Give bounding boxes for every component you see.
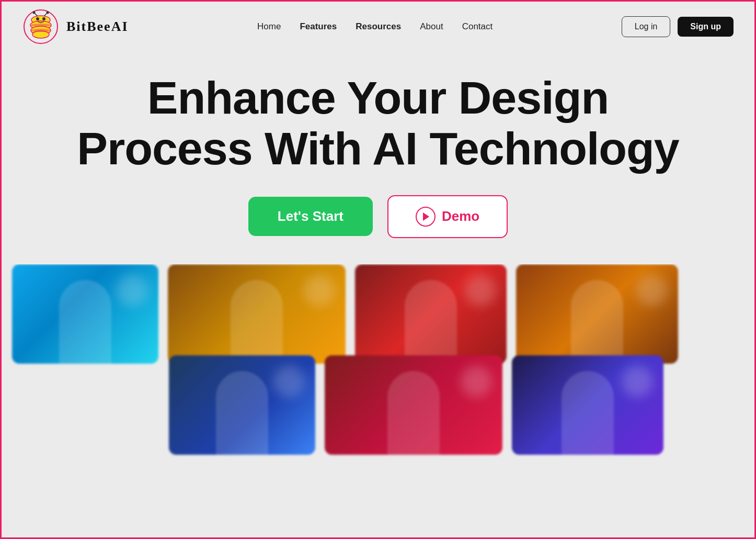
svg-point-10 bbox=[33, 12, 36, 14]
svg-point-6 bbox=[31, 29, 51, 32]
gallery-card-4 bbox=[516, 264, 678, 364]
demo-button[interactable]: Demo bbox=[387, 195, 508, 238]
navbar: BitBeeAI Home Features Resources About C… bbox=[2, 2, 754, 52]
nav-item-home[interactable]: Home bbox=[257, 21, 281, 32]
nav-item-features[interactable]: Features bbox=[300, 21, 337, 32]
svg-point-8 bbox=[42, 17, 45, 20]
svg-point-12 bbox=[47, 12, 49, 14]
svg-point-7 bbox=[36, 17, 39, 20]
logo-area: BitBeeAI bbox=[22, 8, 129, 45]
svg-point-5 bbox=[30, 24, 51, 27]
nav-item-resources[interactable]: Resources bbox=[356, 21, 401, 32]
hero-title: Enhance Your Design Process With AI Tech… bbox=[12, 73, 744, 174]
gallery-row-2 bbox=[2, 355, 754, 455]
svg-point-4 bbox=[32, 31, 49, 38]
play-triangle-icon bbox=[423, 212, 429, 221]
gallery-card-1 bbox=[12, 264, 158, 364]
play-icon bbox=[416, 207, 436, 227]
gallery-row-1 bbox=[2, 264, 754, 364]
login-button[interactable]: Log in bbox=[622, 16, 671, 37]
gallery-section bbox=[2, 264, 754, 484]
logo-icon bbox=[22, 8, 59, 45]
gallery-card-6 bbox=[325, 355, 502, 455]
hero-buttons: Let's Start Demo bbox=[12, 195, 744, 238]
gallery-card-7 bbox=[512, 355, 663, 455]
nav-links: Home Features Resources About Contact bbox=[257, 21, 492, 32]
gallery-card-5 bbox=[169, 355, 315, 455]
hero-section: Enhance Your Design Process With AI Tech… bbox=[2, 52, 754, 238]
brand-name: BitBeeAI bbox=[66, 19, 129, 35]
page-wrapper: BitBeeAI Home Features Resources About C… bbox=[0, 0, 756, 539]
lets-start-button[interactable]: Let's Start bbox=[248, 197, 373, 236]
gallery-card-3 bbox=[355, 264, 507, 364]
signup-button[interactable]: Sign up bbox=[678, 17, 734, 37]
nav-item-about[interactable]: About bbox=[420, 21, 443, 32]
gallery-card-2 bbox=[168, 264, 346, 364]
nav-item-contact[interactable]: Contact bbox=[462, 21, 493, 32]
nav-actions: Log in Sign up bbox=[622, 16, 734, 37]
